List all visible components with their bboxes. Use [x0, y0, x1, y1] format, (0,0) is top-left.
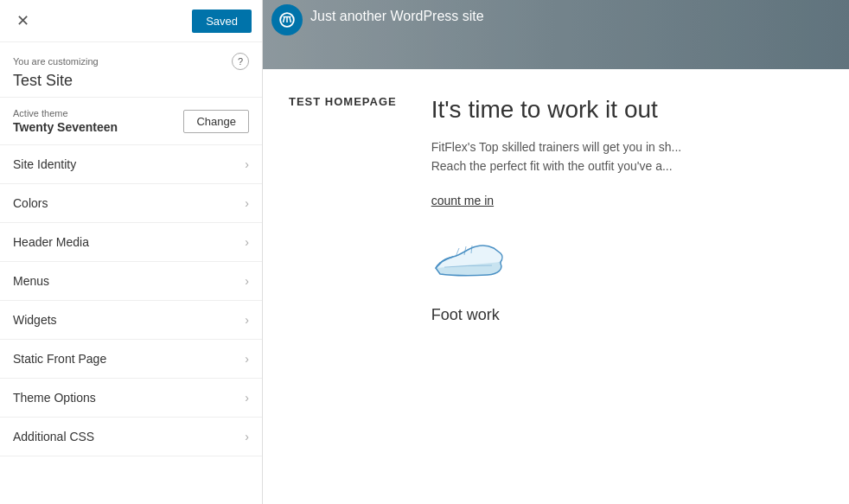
sidebar-header: ✕ Saved: [0, 0, 262, 42]
close-button[interactable]: ✕: [10, 9, 35, 33]
preview-content: TEST HOMEPAGE It's time to work it out F…: [263, 69, 849, 350]
chevron-right-icon: ›: [245, 196, 249, 210]
chevron-right-icon: ›: [245, 313, 249, 327]
theme-info: Active theme Twenty Seventeen: [13, 108, 118, 134]
sidebar-item-menus[interactable]: Menus ›: [0, 262, 262, 301]
shoe-icon-wrapper: [431, 229, 823, 289]
sidebar: ✕ Saved You are customizing ? Test Site …: [0, 0, 263, 504]
menu-item-label: Static Front Page: [13, 352, 106, 366]
chevron-right-icon: ›: [245, 391, 249, 405]
chevron-right-icon: ›: [245, 352, 249, 366]
menu-item-label: Theme Options: [13, 391, 96, 405]
preview-panel: Just another WordPress site TEST HOMEPAG…: [263, 0, 849, 504]
sidebar-item-static-front-page[interactable]: Static Front Page ›: [0, 340, 262, 379]
chevron-right-icon: ›: [245, 430, 249, 443]
saved-button[interactable]: Saved: [192, 10, 252, 33]
chevron-right-icon: ›: [245, 235, 249, 249]
menu-item-label: Site Identity: [13, 157, 76, 171]
chevron-right-icon: ›: [245, 274, 249, 288]
shoe-icon: [431, 229, 509, 285]
sidebar-item-widgets[interactable]: Widgets ›: [0, 301, 262, 340]
preview-right: It's time to work it out FitFlex's Top s…: [431, 95, 823, 324]
theme-section: Active theme Twenty Seventeen Change: [0, 98, 262, 145]
menu-item-label: Widgets: [13, 313, 57, 327]
body-text: FitFlex's Top skilled trainers will get …: [431, 137, 823, 176]
foot-work-label: Foot work: [431, 306, 823, 324]
menu-item-label: Additional CSS: [13, 430, 94, 443]
wp-circle-icon: [271, 4, 303, 35]
menu-item-label: Menus: [13, 274, 49, 288]
cta-link[interactable]: count me in: [431, 194, 494, 207]
sidebar-item-header-media[interactable]: Header Media ›: [0, 223, 262, 262]
customizing-section: You are customizing ? Test Site: [0, 42, 262, 98]
sidebar-item-colors[interactable]: Colors ›: [0, 184, 262, 223]
theme-label: Active theme: [13, 108, 118, 118]
help-icon[interactable]: ?: [232, 53, 249, 70]
site-title: Test Site: [13, 72, 249, 90]
menu-item-label: Header Media: [13, 235, 89, 249]
preview-header-image: Just another WordPress site: [263, 0, 849, 69]
preview-header-text: Just another WordPress site: [310, 9, 484, 24]
theme-name: Twenty Seventeen: [13, 120, 118, 134]
customizing-label-text: You are customizing: [13, 56, 99, 67]
menu-item-label: Colors: [13, 196, 48, 210]
preview-left: TEST HOMEPAGE: [289, 95, 397, 324]
headline: It's time to work it out: [431, 95, 823, 124]
homepage-label: TEST HOMEPAGE: [289, 95, 397, 108]
menu-items-list: Site Identity › Colors › Header Media › …: [0, 145, 262, 504]
sidebar-item-theme-options[interactable]: Theme Options ›: [0, 379, 262, 418]
chevron-right-icon: ›: [245, 157, 249, 171]
sidebar-item-additional-css[interactable]: Additional CSS ›: [0, 418, 262, 456]
sidebar-item-site-identity[interactable]: Site Identity ›: [0, 145, 262, 184]
change-theme-button[interactable]: Change: [183, 110, 249, 133]
